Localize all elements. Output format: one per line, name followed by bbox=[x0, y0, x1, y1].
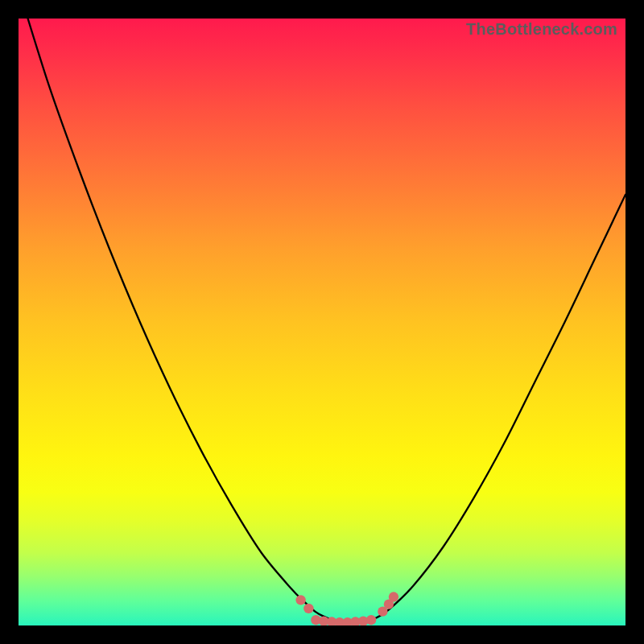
highlight-dot bbox=[303, 604, 313, 613]
bottleneck-curve bbox=[19, 19, 625, 623]
chart-root: TheBottleneck.com bbox=[0, 0, 644, 644]
highlight-dot bbox=[295, 595, 305, 605]
highlight-dot bbox=[389, 592, 398, 601]
highlight-dot bbox=[366, 615, 376, 625]
curve-overlay bbox=[19, 19, 625, 625]
plot-area: TheBottleneck.com bbox=[19, 19, 625, 625]
highlight-dots bbox=[295, 592, 398, 625]
